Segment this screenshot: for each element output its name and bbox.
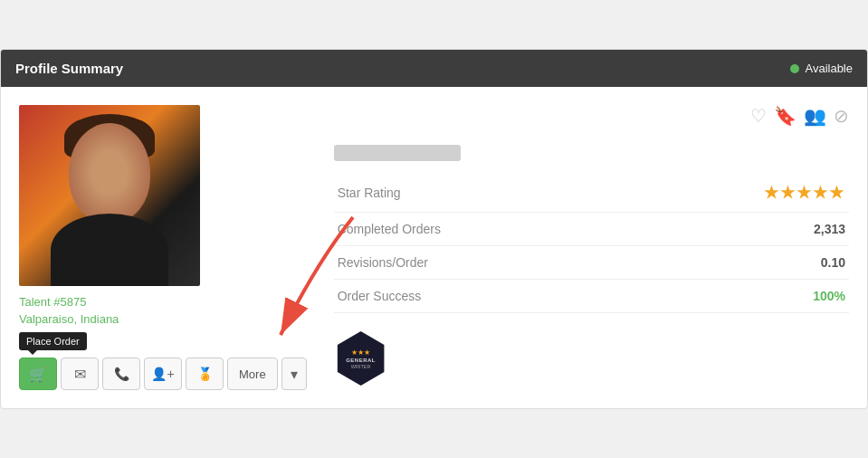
star-rating-label: Star Rating	[334, 174, 644, 213]
hex-shape: ★★★ GENERAL WRITER	[334, 331, 388, 386]
dropdown-button[interactable]: ▾	[281, 358, 307, 390]
location: Valparaiso, Indiana	[19, 312, 119, 326]
revisions-value: 0.10	[643, 246, 849, 280]
profile-photo	[19, 105, 200, 286]
place-order-button[interactable]: 🛒	[19, 358, 57, 390]
username-blurred	[334, 145, 461, 161]
revisions-row: Revisions/Order 0.10	[334, 246, 849, 280]
card-body: Talent #5875 Valparaiso, Indiana Doctora…	[1, 87, 867, 408]
available-dot-icon	[790, 64, 799, 73]
user-add-icon: 👤+	[151, 367, 174, 381]
action-buttons: 🛒 Place Order ✉ 📞 👤+ 🏅 More	[19, 358, 307, 390]
place-order-wrapper: 🛒 Place Order	[19, 358, 57, 390]
block-icon[interactable]: ⊘	[834, 105, 849, 127]
revisions-label: Revisions/Order	[334, 246, 644, 280]
hex-title: GENERAL	[346, 358, 376, 363]
available-label: Available	[805, 62, 853, 75]
card-header: Profile Summary Available	[1, 50, 867, 87]
email-button[interactable]: ✉	[61, 358, 99, 390]
bookmark-icon[interactable]: 🔖	[774, 105, 796, 127]
order-success-row: Order Success 100%	[334, 280, 849, 313]
card-title: Profile Summary	[15, 61, 123, 76]
heart-icon[interactable]: ♡	[750, 105, 767, 127]
mail-icon: ✉	[74, 366, 86, 383]
top-icons: ♡ 🔖 👥 ⊘	[334, 105, 849, 127]
photo-face	[69, 123, 150, 223]
star-rating-value: ★★★★★	[643, 174, 849, 213]
add-user-button[interactable]: 👤+	[144, 358, 182, 390]
right-panel: ♡ 🔖 👥 ⊘ Star Rating ★★★★★ Completed Orde…	[334, 105, 849, 390]
order-success-label: Order Success	[334, 280, 644, 313]
phone-button[interactable]: 📞	[102, 358, 140, 390]
dropdown-icon: ▾	[291, 366, 298, 383]
more-button[interactable]: More	[227, 358, 278, 390]
completed-orders-value: 2,313	[643, 213, 849, 246]
talent-id: Talent #5875	[19, 295, 86, 309]
hexagon-badge: ★★★ GENERAL WRITER	[334, 331, 388, 386]
left-panel: Talent #5875 Valparaiso, Indiana Doctora…	[19, 105, 307, 390]
users-icon[interactable]: 👥	[804, 105, 826, 127]
stats-table: Star Rating ★★★★★ Completed Orders 2,313…	[334, 174, 849, 313]
order-success-value: 100%	[643, 280, 849, 313]
star-icons: ★★★★★	[764, 184, 845, 202]
hex-stars: ★★★	[351, 348, 370, 357]
award-icon: 🏅	[197, 367, 213, 381]
badge-area: ★★★ GENERAL WRITER	[334, 331, 849, 386]
completed-orders-label: Completed Orders	[334, 213, 644, 246]
hex-subtitle: WRITER	[351, 364, 371, 369]
phone-icon: 📞	[114, 367, 129, 381]
place-order-tooltip: Place Order	[19, 332, 87, 350]
cart-icon: 🛒	[29, 366, 47, 383]
completed-orders-row: Completed Orders 2,313	[334, 213, 849, 246]
award-button[interactable]: 🏅	[186, 358, 224, 390]
more-label: More	[239, 367, 266, 381]
photo-body	[51, 214, 168, 286]
available-badge: Available	[790, 62, 853, 75]
star-rating-row: Star Rating ★★★★★	[334, 174, 849, 213]
profile-summary-card: Profile Summary Available Talent #5875 V…	[0, 49, 868, 409]
